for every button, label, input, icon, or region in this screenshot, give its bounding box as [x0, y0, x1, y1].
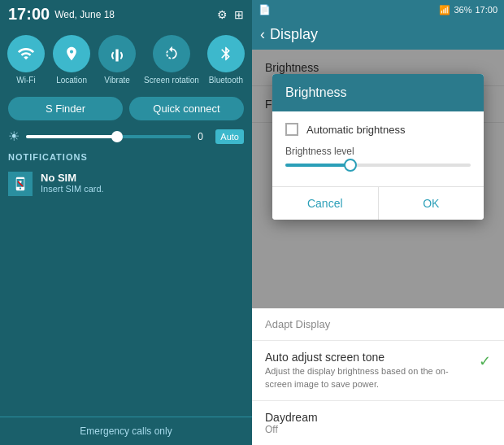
grid-icon[interactable]: ⊞ [234, 8, 244, 21]
toggle-rotation[interactable]: Screen rotation [144, 35, 199, 85]
dialog-title: Brightness [272, 74, 484, 111]
signal-icon: 📶 [439, 5, 450, 15]
back-arrow-icon[interactable]: ‹ [260, 26, 265, 43]
display-title: Display [270, 26, 318, 43]
toggle-bluetooth-label: Bluetooth [209, 76, 243, 85]
settings-adapt-display[interactable]: Adapt Display [252, 308, 504, 341]
auto-adjust-title: Auto adjust screen tone [265, 351, 474, 364]
brightness-thumb[interactable] [111, 131, 123, 142]
brightness-fill [26, 135, 117, 138]
quick-toggles-row: Wi-Fi Location Vibrate Screen rotation B… [0, 28, 252, 92]
auto-adjust-sub: Adjust the display brightness based on t… [265, 365, 474, 390]
status-right-icons: 📶 36% 17:00 [439, 5, 497, 15]
quick-connect-button[interactable]: Quick connect [129, 97, 244, 120]
status-bar-right: 📄 📶 36% 17:00 [252, 0, 504, 20]
settings-icon[interactable]: ⚙ [217, 8, 228, 21]
toggle-bluetooth-circle[interactable] [207, 35, 245, 72]
auto-brightness-label: Automatic brightness [306, 124, 405, 136]
toggle-location-label: Location [56, 76, 87, 85]
s-finder-button[interactable]: S Finder [8, 97, 123, 120]
brightness-auto-label[interactable]: Auto [215, 129, 244, 144]
brightness-slider[interactable] [26, 135, 191, 138]
toggle-rotation-circle[interactable] [153, 35, 190, 72]
settings-auto-adjust[interactable]: Auto adjust screen tone Adjust the displ… [252, 341, 504, 401]
status-date: Wed, June 18 [54, 9, 115, 20]
brightness-level-label: Brightness level [285, 146, 471, 157]
settings-list: Brightness Font Brightness Automatic bri… [252, 50, 504, 308]
toggle-wifi-label: Wi-Fi [16, 76, 35, 85]
notification-shade: 17:00 Wed, June 18 ⚙ ⊞ Wi-Fi Location Vi… [0, 0, 252, 445]
daydream-title: Daydream [265, 411, 491, 424]
notification-text: No SIM Insert SIM card. [41, 172, 104, 194]
dialog-body: Automatic brightness Brightness level [272, 111, 484, 186]
notification-item-nosim: No SIM Insert SIM card. [0, 164, 252, 204]
toggle-vibrate-label: Vibrate [104, 76, 130, 85]
display-header: ‹ Display [252, 20, 504, 50]
toggle-vibrate-circle[interactable] [98, 35, 136, 72]
emergency-footer: Emergency calls only [0, 417, 252, 445]
toggle-rotation-label: Screen rotation [144, 76, 199, 85]
toggle-vibrate[interactable]: Vibrate [98, 35, 136, 85]
brightness-dialog: Brightness Automatic brightness Brightne… [272, 74, 484, 220]
dialog-buttons-row: Cancel OK [272, 186, 484, 220]
status-doc-icon: 📄 [259, 4, 271, 15]
quick-buttons-row: S Finder Quick connect [0, 92, 252, 125]
dialog-slider-thumb[interactable] [344, 159, 357, 172]
notification-title: No SIM [41, 172, 104, 184]
brightness-row: ☀ 0 Auto [0, 125, 252, 147]
toggle-bluetooth[interactable]: Bluetooth [207, 35, 245, 85]
status-bar-left: 17:00 Wed, June 18 ⚙ ⊞ [0, 0, 252, 28]
auto-adjust-content: Auto adjust screen tone Adjust the displ… [265, 351, 474, 390]
notification-icon [8, 172, 33, 196]
toggle-wifi[interactable]: Wi-Fi [7, 35, 45, 85]
adapt-display-title: Adapt Display [265, 318, 491, 330]
battery-level: 36% [454, 5, 471, 15]
dialog-slider[interactable] [285, 164, 471, 167]
toggle-location[interactable]: Location [53, 35, 90, 85]
auto-adjust-check-icon: ✓ [479, 352, 491, 370]
cancel-button[interactable]: Cancel [272, 187, 378, 220]
status-time-right: 17:00 [475, 5, 497, 15]
brightness-value: 0 [198, 131, 209, 142]
settings-below-dialog: Adapt Display Auto adjust screen tone Ad… [252, 308, 504, 445]
auto-brightness-row: Automatic brightness [285, 123, 471, 136]
dialog-slider-fill [285, 164, 350, 167]
brightness-icon: ☀ [8, 129, 20, 144]
toggle-location-circle[interactable] [53, 35, 90, 72]
notification-subtitle: Insert SIM card. [41, 184, 104, 194]
toggle-wifi-circle[interactable] [7, 35, 45, 72]
settings-daydream[interactable]: Daydream Off [252, 401, 504, 445]
status-time: 17:00 [8, 5, 50, 24]
daydream-sub: Off [265, 424, 491, 435]
auto-brightness-checkbox[interactable] [285, 123, 298, 136]
ok-button[interactable]: OK [378, 187, 484, 220]
notifications-header: NOTIFICATIONS [0, 147, 252, 164]
brightness-dialog-overlay: Brightness Automatic brightness Brightne… [252, 50, 504, 308]
display-settings-panel: 📄 📶 36% 17:00 ‹ Display Brightness Font … [252, 0, 504, 445]
